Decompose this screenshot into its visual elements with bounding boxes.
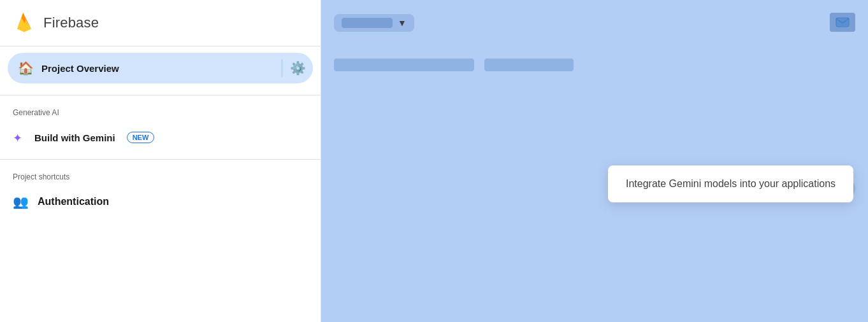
tooltip: Integrate Gemini models into your applic… [608, 165, 853, 202]
new-badge: NEW [127, 132, 155, 143]
sidebar-item-build-with-gemini[interactable]: Build with Gemini NEW [0, 121, 313, 154]
mail-icon[interactable] [830, 13, 855, 32]
dropdown-arrow-icon: ▼ [398, 18, 407, 28]
blurred-text-2 [484, 59, 574, 71]
authentication-label: Authentication [38, 196, 109, 207]
sparkle-icon [13, 131, 25, 144]
gear-icon: ⚙️ [290, 60, 306, 76]
people-icon: 👥 [13, 194, 29, 209]
top-bar: ▼ [321, 0, 868, 46]
tooltip-container: Integrate Gemini models into your applic… [608, 165, 853, 202]
settings-button[interactable]: ⚙️ [282, 53, 313, 83]
sidebar: Firebase 🏠 Project Overview ⚙️ Generativ… [0, 0, 321, 322]
sidebar-header: Firebase [0, 0, 321, 46]
home-icon: 🏠 [18, 60, 34, 76]
section-divider-1 [0, 95, 321, 95]
sidebar-item-authentication[interactable]: 👥 Authentication [0, 185, 313, 218]
tooltip-text: Integrate Gemini models into your applic… [626, 178, 835, 189]
main-content: ▼ Integrate Gemini models into your appl… [321, 0, 868, 322]
firebase-logo-icon [13, 11, 36, 34]
build-with-gemini-label: Build with Gemini [34, 132, 115, 143]
project-overview-button[interactable]: 🏠 Project Overview ⚙️ [8, 53, 313, 83]
section-divider-2 [0, 159, 321, 160]
generative-ai-section-label: Generative AI [0, 101, 321, 121]
blurred-content-area [321, 59, 868, 71]
blurred-row-1 [334, 59, 855, 71]
project-overview-label: Project Overview [41, 63, 119, 74]
app-title: Firebase [43, 15, 99, 31]
header-divider [0, 46, 321, 46]
project-selector[interactable]: ▼ [334, 14, 414, 32]
envelope-icon [835, 17, 850, 27]
project-overview-main[interactable]: 🏠 Project Overview [8, 60, 282, 76]
blurred-text-1 [334, 59, 474, 71]
mail-icon-container [830, 13, 855, 32]
project-selector-text [342, 18, 393, 28]
svg-rect-0 [836, 18, 849, 27]
project-shortcuts-section-label: Project shortcuts [0, 165, 321, 185]
